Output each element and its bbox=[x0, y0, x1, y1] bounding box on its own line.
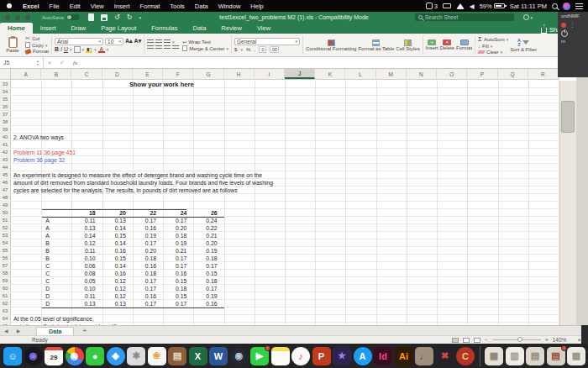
dock-icon-utility-dark[interactable]: ✖ bbox=[436, 347, 454, 365]
cell-text-row-46[interactable]: amount of dirt removed from standard hou… bbox=[13, 179, 273, 187]
column-header-B[interactable]: B bbox=[41, 69, 71, 79]
cell-text-row-45[interactable]: An experiment is designed to measure the… bbox=[13, 171, 262, 179]
clear-button[interactable]: Clear▾ bbox=[478, 50, 508, 55]
dock-icon-stack-folder[interactable]: ▥ bbox=[506, 347, 524, 365]
fill-color-button[interactable]: ◧ bbox=[86, 46, 92, 53]
table-value-cell[interactable]: 0.14 bbox=[103, 262, 126, 270]
table-value-cell[interactable]: 0.19 bbox=[134, 232, 156, 239]
column-header-H[interactable]: H bbox=[224, 69, 255, 79]
menu-bar-clock[interactable]: Sat 11:11 PM bbox=[510, 3, 547, 10]
feedback-smiley-icon[interactable]: ▾ bbox=[523, 14, 533, 20]
menu-item-excel[interactable]: Excel bbox=[18, 3, 45, 10]
column-header-C[interactable]: C bbox=[71, 69, 102, 79]
table-value-cell[interactable]: 0.15 bbox=[103, 232, 126, 239]
dock-icon-calendar[interactable]: 29 bbox=[45, 347, 63, 365]
italic-button[interactable]: I bbox=[60, 46, 62, 52]
redo-icon[interactable]: ↻ bbox=[127, 14, 133, 21]
borders-button[interactable] bbox=[74, 46, 81, 53]
column-header-I[interactable]: I bbox=[255, 69, 285, 79]
wifi-icon[interactable] bbox=[456, 3, 465, 9]
menu-item-view[interactable]: View bbox=[86, 3, 109, 10]
dock-icon-system-preferences[interactable]: ✱ bbox=[127, 347, 145, 365]
sheet-tab-data[interactable]: Data bbox=[36, 327, 74, 335]
font-size-select[interactable]: 10▾ bbox=[105, 38, 123, 45]
autosave-toggle[interactable]: AutoSave bbox=[42, 14, 80, 20]
table-value-cell[interactable]: 0.14 bbox=[103, 224, 126, 232]
table-brand-cell[interactable]: C bbox=[45, 277, 50, 285]
percent-button[interactable]: % bbox=[246, 47, 250, 52]
siri-icon[interactable] bbox=[563, 3, 570, 10]
dock-icon-stack-image[interactable]: ▦ bbox=[485, 347, 503, 365]
power-icon[interactable] bbox=[561, 30, 568, 37]
dock-icon-excel[interactable]: X bbox=[189, 347, 207, 365]
dock-icon-photos[interactable]: ❀ bbox=[148, 347, 166, 365]
window-close-button[interactable] bbox=[5, 15, 10, 20]
column-header-R[interactable]: R bbox=[528, 69, 559, 79]
column-header-F[interactable]: F bbox=[163, 69, 193, 79]
table-brand-cell[interactable]: C bbox=[45, 270, 50, 277]
cell-text-row-64[interactable]: At the 0.05 level of significance, bbox=[13, 315, 94, 323]
table-value-cell[interactable]: 0.18 bbox=[134, 270, 156, 277]
save-icon[interactable] bbox=[101, 14, 108, 21]
table-value-cell[interactable]: 0.12 bbox=[103, 285, 126, 292]
table-value-cell[interactable]: 0.08 bbox=[72, 270, 95, 277]
table-value-cell[interactable]: 0.22 bbox=[194, 224, 217, 232]
table-brand-cell[interactable]: D bbox=[45, 292, 50, 300]
record-icon[interactable] bbox=[561, 23, 566, 28]
dock-icon-music[interactable]: ♪ bbox=[291, 347, 310, 365]
zoom-slider-knob[interactable] bbox=[517, 337, 522, 342]
table-value-cell[interactable]: 0.10 bbox=[72, 255, 95, 262]
ribbon-tab-review[interactable]: Review bbox=[213, 23, 249, 34]
ribbon-tab-page-layout[interactable]: Page Layout bbox=[93, 23, 144, 34]
menu-item-format[interactable]: Format bbox=[135, 3, 165, 10]
format-cells-button[interactable]: Format bbox=[456, 39, 472, 50]
column-header-D[interactable]: D bbox=[102, 69, 133, 79]
align-bottom-icon[interactable] bbox=[164, 39, 171, 45]
ribbon-tab-view[interactable]: View bbox=[249, 23, 278, 34]
table-value-cell[interactable]: 0.16 bbox=[103, 247, 126, 255]
dock-icon-illustrator[interactable]: Ai bbox=[395, 347, 413, 365]
dock-icon-garageband[interactable]: ♩ bbox=[415, 347, 433, 365]
more-options-icon[interactable]: ⋮ bbox=[570, 22, 575, 29]
column-header-M[interactable]: M bbox=[376, 69, 407, 79]
table-value-cell[interactable]: 0.20 bbox=[194, 239, 217, 247]
column-header-G[interactable]: G bbox=[193, 69, 223, 79]
window-zoom-button[interactable] bbox=[25, 15, 30, 20]
dock-icon-finder[interactable]: ☺ bbox=[3, 347, 22, 365]
cut-button[interactable]: ✂Cut bbox=[25, 36, 49, 41]
decrease-decimal-button[interactable]: .00 bbox=[270, 46, 280, 53]
table-value-cell[interactable]: 0.11 bbox=[72, 292, 95, 300]
dock-icon-stack-docs[interactable]: ▤ bbox=[526, 347, 544, 365]
autosave-switch[interactable] bbox=[66, 14, 80, 20]
prev-sheet-icon[interactable]: ◀ bbox=[0, 328, 13, 334]
column-header-L[interactable]: L bbox=[345, 69, 375, 79]
format-painter-button[interactable]: Format bbox=[25, 49, 49, 54]
table-value-cell[interactable]: 0.20 bbox=[134, 247, 156, 255]
table-brand-cell[interactable]: B bbox=[45, 239, 50, 247]
copy-button[interactable]: Copy▾ bbox=[25, 42, 49, 48]
apple-menu-icon[interactable] bbox=[7, 3, 12, 8]
dock-icon-ccleaner[interactable]: C bbox=[456, 347, 475, 365]
table-value-cell[interactable]: 0.13 bbox=[103, 217, 126, 224]
zoom-out-button[interactable]: − bbox=[485, 337, 488, 343]
search-input[interactable] bbox=[425, 14, 501, 20]
page-layout-view-button[interactable] bbox=[463, 338, 470, 343]
menu-item-edit[interactable]: Edit bbox=[65, 3, 86, 10]
indent-icon[interactable] bbox=[172, 45, 179, 50]
table-value-cell[interactable]: 0.19 bbox=[194, 247, 217, 255]
dock-icon-facetime[interactable]: ▶ bbox=[250, 347, 269, 365]
table-value-cell[interactable]: 0.17 bbox=[134, 277, 156, 285]
table-value-cell[interactable]: 0.05 bbox=[72, 277, 95, 285]
ribbon-tab-data[interactable]: Data bbox=[186, 23, 214, 34]
dock-icon-chrome[interactable]: ◉ bbox=[66, 347, 84, 365]
cell-text-row-43[interactable]: Problem 36 page 32 bbox=[13, 156, 65, 164]
dock-icon-siri[interactable]: ◉ bbox=[24, 347, 43, 365]
normal-view-button[interactable] bbox=[452, 338, 459, 343]
table-value-cell[interactable]: 0.16 bbox=[134, 224, 156, 232]
name-box-stepper[interactable]: ▲▼ bbox=[36, 60, 39, 66]
table-value-cell[interactable]: 0.20 bbox=[164, 224, 186, 232]
table-value-cell[interactable]: 0.19 bbox=[164, 239, 186, 247]
increase-font-button[interactable]: A▴ bbox=[125, 38, 133, 45]
paste-button[interactable]: Paste bbox=[2, 37, 24, 53]
column-header-E[interactable]: E bbox=[133, 69, 163, 79]
